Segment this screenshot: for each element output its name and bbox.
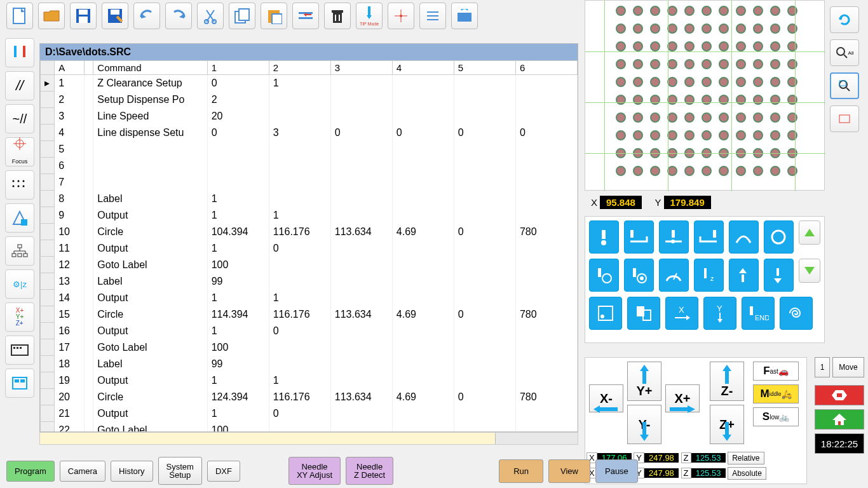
- table-row[interactable]: 5: [41, 141, 578, 158]
- needle-xy-button[interactable]: Needle XY Adjust: [288, 457, 341, 485]
- jog-y-minus-button[interactable]: Y-: [627, 405, 661, 444]
- table-row[interactable]: 8Label1: [41, 191, 578, 207]
- undo-button[interactable]: [133, 3, 160, 29]
- arc-button[interactable]: [729, 220, 759, 254]
- stop-button[interactable]: [815, 385, 864, 405]
- table-row[interactable]: 15Circle114.394116.176113.6344.690780: [41, 306, 578, 323]
- camera-tab-button[interactable]: Camera: [60, 461, 105, 482]
- jog-z-plus-button[interactable]: Z+: [710, 405, 744, 444]
- speed-fast-button[interactable]: Fast 🚗: [753, 362, 799, 381]
- dot-pattern-button[interactable]: [5, 170, 34, 200]
- table-row[interactable]: 3Line Speed20: [41, 108, 578, 125]
- open-file-button[interactable]: [38, 3, 65, 29]
- speed-button[interactable]: [659, 259, 689, 292]
- speed-middle-button[interactable]: Middle🛵: [753, 384, 799, 403]
- parallel-lines-button[interactable]: //: [5, 71, 34, 100]
- retract-button[interactable]: [729, 259, 759, 292]
- redo-button[interactable]: [165, 3, 192, 29]
- keyboard-button[interactable]: [5, 336, 34, 365]
- table-scroll[interactable]: ACommand123456 ▸1Z Clearance Setup012Set…: [40, 60, 578, 431]
- paste-button[interactable]: [261, 3, 287, 29]
- table-row[interactable]: 14Output11: [41, 290, 578, 306]
- z-clearance-button[interactable]: z: [694, 259, 724, 292]
- line-end-button[interactable]: [694, 220, 724, 254]
- jog-y-plus-button[interactable]: Y+: [627, 362, 661, 401]
- spiral-button[interactable]: [780, 297, 813, 330]
- table-row[interactable]: 9Output11: [41, 207, 578, 224]
- preview-panel[interactable]: [585, 0, 825, 191]
- measure-button[interactable]: [5, 203, 34, 233]
- line-start-button[interactable]: [624, 220, 654, 254]
- program-table[interactable]: ACommand123456 ▸1Z Clearance Setup012Set…: [40, 60, 578, 431]
- table-row[interactable]: 22Goto Label100: [41, 422, 578, 432]
- circle-button[interactable]: [764, 220, 794, 254]
- y-offset-button[interactable]: Y: [703, 297, 736, 330]
- needle-z-button[interactable]: Needle Z Detect: [346, 457, 393, 485]
- dxf-button[interactable]: DXF: [207, 461, 240, 482]
- view-button[interactable]: View: [548, 459, 590, 483]
- move-step-input[interactable]: 1: [815, 357, 830, 377]
- table-row[interactable]: 6: [41, 158, 578, 174]
- fiducial-button[interactable]: [589, 297, 622, 330]
- table-row[interactable]: 12Goto Label100: [41, 257, 578, 273]
- insert-button[interactable]: [292, 3, 319, 29]
- xyz-offset-button[interactable]: X+Y+Z+: [5, 302, 34, 332]
- scroll-up-button[interactable]: [799, 220, 820, 245]
- table-row[interactable]: 18Label99: [41, 356, 578, 372]
- zoom-all-button[interactable]: All: [830, 39, 859, 66]
- x-offset-button[interactable]: X: [665, 297, 698, 330]
- move-button[interactable]: Move: [832, 357, 864, 377]
- zoom-window-button[interactable]: [830, 72, 859, 99]
- list-button[interactable]: [419, 3, 446, 29]
- screen-button[interactable]: [451, 3, 478, 29]
- refresh-view-button[interactable]: [830, 6, 859, 33]
- dispense-setup-button[interactable]: [589, 259, 619, 292]
- scroll-down-button[interactable]: [799, 259, 820, 283]
- dummy-button[interactable]: [764, 259, 794, 292]
- jog-x-minus-button[interactable]: X-: [589, 384, 623, 412]
- table-row[interactable]: 11Output10: [41, 240, 578, 257]
- table-row[interactable]: 20Circle124.394116.176113.6344.690780: [41, 389, 578, 405]
- z-setup-button[interactable]: ⚙|z: [5, 269, 34, 299]
- copy-button[interactable]: [229, 3, 255, 29]
- relative-button[interactable]: Relative: [728, 452, 764, 464]
- center-button[interactable]: [388, 3, 414, 29]
- history-tab-button[interactable]: History: [111, 461, 153, 482]
- tree-button[interactable]: [5, 236, 34, 266]
- needle-tool-button[interactable]: [5, 38, 34, 67]
- table-row[interactable]: 21Output10: [41, 405, 578, 422]
- focus-button[interactable]: Focus: [5, 137, 34, 166]
- table-row[interactable]: 19Output11: [41, 372, 578, 389]
- save-button[interactable]: [70, 3, 97, 29]
- layout-button[interactable]: [5, 369, 34, 398]
- table-row[interactable]: 7: [41, 174, 578, 191]
- table-row[interactable]: 10Circle104.394116.176113.6344.690780: [41, 224, 578, 240]
- table-row[interactable]: 13Label99: [41, 273, 578, 290]
- tip-mode-button[interactable]: TIP Mode: [356, 3, 383, 29]
- wave-lines-button[interactable]: ~//: [5, 104, 34, 133]
- table-row[interactable]: ▸1Z Clearance Setup01: [41, 75, 578, 92]
- program-tab-button[interactable]: Program: [6, 461, 55, 482]
- end-program-button[interactable]: END: [742, 297, 775, 330]
- cut-button[interactable]: [197, 3, 224, 29]
- system-setup-button[interactable]: System Setup: [158, 457, 202, 485]
- line-passing-button[interactable]: [659, 220, 689, 254]
- save-as-button[interactable]: [102, 3, 128, 29]
- table-row[interactable]: 16Output10: [41, 323, 578, 339]
- step-repeat-button[interactable]: [627, 297, 660, 330]
- jog-x-plus-button[interactable]: X+: [665, 384, 700, 412]
- new-file-button[interactable]: [6, 3, 33, 29]
- absolute-button[interactable]: Absolute: [728, 467, 766, 480]
- line-setup-button[interactable]: [624, 259, 654, 292]
- table-row[interactable]: 2Setup Dispense Po2: [41, 92, 578, 108]
- table-row[interactable]: 17Goto Label100: [41, 339, 578, 356]
- table-row[interactable]: 4Line dispense Setu030000: [41, 125, 578, 141]
- pause-button[interactable]: Pause: [595, 459, 638, 483]
- home-button[interactable]: [815, 409, 864, 430]
- delete-button[interactable]: [324, 3, 351, 29]
- rect-select-button[interactable]: [830, 105, 859, 132]
- run-button[interactable]: Run: [499, 459, 543, 483]
- dispense-dot-button[interactable]: [589, 220, 619, 254]
- jog-z-minus-button[interactable]: Z-: [710, 362, 744, 401]
- horizontal-scrollbar[interactable]: [39, 432, 578, 445]
